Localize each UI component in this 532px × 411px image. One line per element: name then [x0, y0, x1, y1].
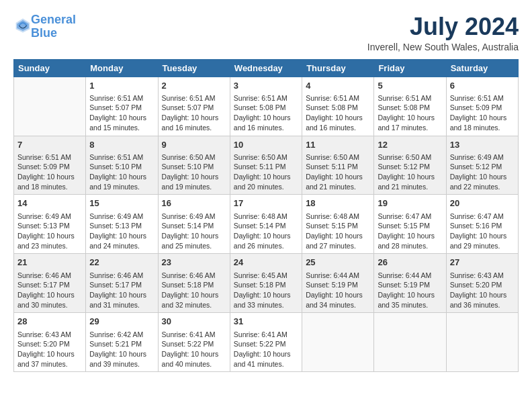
day-info: Sunrise: 6:41 AM Sunset: 5:22 PM Dayligh… — [234, 330, 298, 369]
location: Inverell, New South Wales, Australia — [367, 42, 519, 52]
day-info: Sunrise: 6:51 AM Sunset: 5:10 PM Dayligh… — [89, 152, 154, 192]
day-number: 20 — [450, 197, 515, 210]
calendar-cell: 15Sunrise: 6:49 AM Sunset: 5:13 PM Dayli… — [86, 195, 158, 254]
calendar-cell: 14Sunrise: 6:49 AM Sunset: 5:13 PM Dayli… — [14, 195, 86, 254]
day-number: 5 — [378, 80, 442, 92]
day-info: Sunrise: 6:50 AM Sunset: 5:11 PM Dayligh… — [306, 152, 370, 192]
calendar-week-row: 7Sunrise: 6:51 AM Sunset: 5:09 PM Daylig… — [14, 136, 519, 195]
calendar-week-row: 21Sunrise: 6:46 AM Sunset: 5:17 PM Dayli… — [14, 254, 519, 313]
day-info: Sunrise: 6:46 AM Sunset: 5:18 PM Dayligh… — [162, 271, 226, 310]
day-info: Sunrise: 6:43 AM Sunset: 5:20 PM Dayligh… — [17, 330, 82, 369]
day-number: 26 — [378, 257, 442, 269]
calendar-cell: 24Sunrise: 6:45 AM Sunset: 5:18 PM Dayli… — [230, 254, 302, 313]
day-number: 2 — [162, 80, 226, 92]
day-number: 10 — [234, 139, 298, 151]
day-info: Sunrise: 6:50 AM Sunset: 5:12 PM Dayligh… — [378, 152, 442, 192]
day-number: 4 — [306, 80, 370, 92]
day-number: 28 — [17, 316, 82, 328]
calendar-cell: 21Sunrise: 6:46 AM Sunset: 5:17 PM Dayli… — [14, 254, 86, 313]
calendar-cell: 27Sunrise: 6:43 AM Sunset: 5:20 PM Dayli… — [446, 254, 518, 313]
day-number: 21 — [17, 257, 82, 269]
day-number: 12 — [378, 139, 442, 151]
calendar-cell: 1Sunrise: 6:51 AM Sunset: 5:07 PM Daylig… — [86, 77, 158, 136]
day-number: 19 — [378, 197, 442, 210]
calendar-cell: 18Sunrise: 6:48 AM Sunset: 5:15 PM Dayli… — [302, 195, 374, 254]
day-number: 23 — [162, 257, 226, 269]
calendar-cell: 4Sunrise: 6:51 AM Sunset: 5:08 PM Daylig… — [302, 77, 374, 136]
calendar-cell: 17Sunrise: 6:48 AM Sunset: 5:14 PM Dayli… — [230, 195, 302, 254]
day-number: 6 — [450, 80, 515, 92]
calendar-week-row: 1Sunrise: 6:51 AM Sunset: 5:07 PM Daylig… — [14, 77, 519, 136]
day-number: 24 — [234, 257, 298, 269]
calendar-cell: 19Sunrise: 6:47 AM Sunset: 5:15 PM Dayli… — [374, 195, 446, 254]
day-number: 16 — [162, 197, 226, 210]
header-saturday: Saturday — [446, 59, 518, 77]
calendar-cell: 5Sunrise: 6:51 AM Sunset: 5:08 PM Daylig… — [374, 77, 446, 136]
logo-icon — [15, 17, 31, 34]
day-number: 15 — [89, 197, 154, 210]
calendar-cell: 23Sunrise: 6:46 AM Sunset: 5:18 PM Dayli… — [158, 254, 230, 313]
day-number: 27 — [450, 257, 515, 269]
day-info: Sunrise: 6:41 AM Sunset: 5:22 PM Dayligh… — [162, 330, 226, 369]
day-info: Sunrise: 6:51 AM Sunset: 5:08 PM Dayligh… — [234, 93, 298, 133]
day-info: Sunrise: 6:48 AM Sunset: 5:14 PM Dayligh… — [234, 212, 298, 251]
day-info: Sunrise: 6:46 AM Sunset: 5:17 PM Dayligh… — [17, 271, 82, 310]
calendar-cell: 29Sunrise: 6:42 AM Sunset: 5:21 PM Dayli… — [86, 313, 158, 372]
logo: General Blue — [13, 13, 76, 40]
calendar-week-row: 28Sunrise: 6:43 AM Sunset: 5:20 PM Dayli… — [14, 313, 519, 372]
page-header: General Blue July 2024 Inverell, New Sou… — [13, 13, 519, 52]
calendar-cell: 8Sunrise: 6:51 AM Sunset: 5:10 PM Daylig… — [86, 136, 158, 195]
calendar-table: SundayMondayTuesdayWednesdayThursdayFrid… — [13, 59, 519, 373]
month-title: July 2024 — [367, 13, 519, 40]
day-info: Sunrise: 6:51 AM Sunset: 5:07 PM Dayligh… — [162, 93, 226, 133]
day-number: 29 — [89, 316, 154, 328]
calendar-cell: 26Sunrise: 6:44 AM Sunset: 5:19 PM Dayli… — [374, 254, 446, 313]
day-info: Sunrise: 6:49 AM Sunset: 5:14 PM Dayligh… — [162, 212, 226, 251]
day-info: Sunrise: 6:50 AM Sunset: 5:10 PM Dayligh… — [162, 152, 226, 192]
calendar-cell: 31Sunrise: 6:41 AM Sunset: 5:22 PM Dayli… — [230, 313, 302, 372]
day-info: Sunrise: 6:49 AM Sunset: 5:13 PM Dayligh… — [17, 212, 82, 251]
header-friday: Friday — [374, 59, 446, 77]
day-info: Sunrise: 6:49 AM Sunset: 5:12 PM Dayligh… — [450, 152, 515, 192]
calendar-cell: 12Sunrise: 6:50 AM Sunset: 5:12 PM Dayli… — [374, 136, 446, 195]
day-number: 13 — [450, 139, 515, 151]
calendar-header-row: SundayMondayTuesdayWednesdayThursdayFrid… — [14, 59, 519, 77]
day-number: 18 — [306, 197, 370, 210]
day-info: Sunrise: 6:45 AM Sunset: 5:18 PM Dayligh… — [234, 271, 298, 310]
calendar-cell — [374, 313, 446, 372]
day-info: Sunrise: 6:50 AM Sunset: 5:11 PM Dayligh… — [234, 152, 298, 192]
header-wednesday: Wednesday — [230, 59, 302, 77]
calendar-cell: 6Sunrise: 6:51 AM Sunset: 5:09 PM Daylig… — [446, 77, 518, 136]
calendar-cell: 28Sunrise: 6:43 AM Sunset: 5:20 PM Dayli… — [14, 313, 86, 372]
day-info: Sunrise: 6:51 AM Sunset: 5:07 PM Dayligh… — [89, 93, 154, 133]
calendar-cell — [446, 313, 518, 372]
day-number: 30 — [162, 316, 226, 328]
day-info: Sunrise: 6:44 AM Sunset: 5:19 PM Dayligh… — [306, 271, 370, 310]
calendar-cell: 20Sunrise: 6:47 AM Sunset: 5:16 PM Dayli… — [446, 195, 518, 254]
header-thursday: Thursday — [302, 59, 374, 77]
calendar-cell — [14, 77, 86, 136]
calendar-cell: 10Sunrise: 6:50 AM Sunset: 5:11 PM Dayli… — [230, 136, 302, 195]
calendar-cell: 25Sunrise: 6:44 AM Sunset: 5:19 PM Dayli… — [302, 254, 374, 313]
day-info: Sunrise: 6:51 AM Sunset: 5:08 PM Dayligh… — [378, 93, 442, 133]
day-number: 7 — [17, 139, 82, 151]
day-info: Sunrise: 6:49 AM Sunset: 5:13 PM Dayligh… — [89, 212, 154, 251]
day-info: Sunrise: 6:44 AM Sunset: 5:19 PM Dayligh… — [378, 271, 442, 310]
day-info: Sunrise: 6:42 AM Sunset: 5:21 PM Dayligh… — [89, 330, 154, 369]
calendar-cell: 11Sunrise: 6:50 AM Sunset: 5:11 PM Dayli… — [302, 136, 374, 195]
day-number: 3 — [234, 80, 298, 92]
day-number: 31 — [234, 316, 298, 328]
day-number: 17 — [234, 197, 298, 210]
calendar-cell: 16Sunrise: 6:49 AM Sunset: 5:14 PM Dayli… — [158, 195, 230, 254]
logo-text: General Blue — [31, 13, 76, 40]
calendar-week-row: 14Sunrise: 6:49 AM Sunset: 5:13 PM Dayli… — [14, 195, 519, 254]
header-monday: Monday — [86, 59, 158, 77]
day-number: 9 — [162, 139, 226, 151]
day-number: 11 — [306, 139, 370, 151]
calendar-cell: 3Sunrise: 6:51 AM Sunset: 5:08 PM Daylig… — [230, 77, 302, 136]
calendar-cell: 30Sunrise: 6:41 AM Sunset: 5:22 PM Dayli… — [158, 313, 230, 372]
day-info: Sunrise: 6:48 AM Sunset: 5:15 PM Dayligh… — [306, 212, 370, 251]
day-number: 25 — [306, 257, 370, 269]
header-sunday: Sunday — [14, 59, 86, 77]
title-block: July 2024 Inverell, New South Wales, Aus… — [367, 13, 519, 52]
